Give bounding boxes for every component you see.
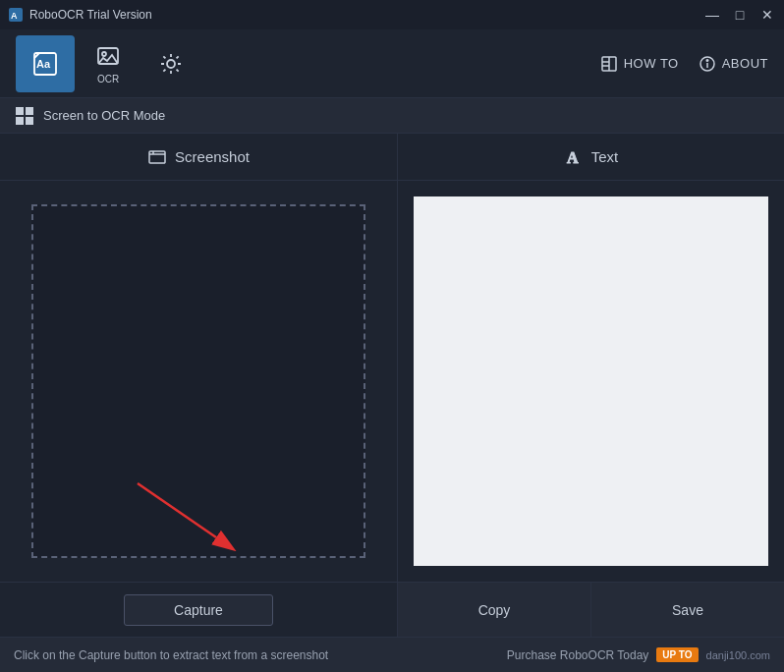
app-title: RoboOCR Trial Version xyxy=(29,8,152,22)
promo-badge: UP TO xyxy=(656,647,698,662)
settings-button[interactable] xyxy=(141,35,200,92)
title-bar: A RoboOCR Trial Version — □ ✕ xyxy=(0,0,784,29)
screenshot-label: Screenshot xyxy=(175,148,250,165)
about-label: ABOUT xyxy=(722,56,768,71)
info-icon xyxy=(699,55,716,73)
toolbar: Aa OCR xyxy=(0,29,784,98)
text-output[interactable] xyxy=(414,196,768,566)
mode-label: Screen to OCR Mode xyxy=(43,108,165,123)
svg-point-6 xyxy=(102,52,106,56)
image-ocr-label: OCR xyxy=(97,74,119,84)
main-content: Screenshot Capture A Text xyxy=(0,134,784,637)
svg-text:A: A xyxy=(567,149,579,166)
status-right-text: Purchase RoboOCR Today xyxy=(507,648,649,662)
capture-arrow xyxy=(128,474,246,552)
minimize-button[interactable]: — xyxy=(703,8,721,22)
screenshot-area xyxy=(0,181,397,582)
capture-button[interactable]: Capture xyxy=(124,594,273,626)
mode-bar: Screen to OCR Mode xyxy=(0,98,784,134)
screen-ocr-icon: Aa xyxy=(31,50,59,78)
watermark: danji100.com xyxy=(706,649,770,661)
maximize-button[interactable]: □ xyxy=(731,8,749,22)
toolbar-right: HOW TO ABOUT xyxy=(600,55,768,73)
capture-btn-row: Capture xyxy=(0,582,397,637)
screenshot-icon xyxy=(147,147,167,167)
status-right: Purchase RoboOCR Today UP TO danji100.co… xyxy=(507,647,770,662)
left-panel: Screenshot Capture xyxy=(0,134,398,637)
save-button[interactable]: Save xyxy=(591,583,784,637)
settings-icon xyxy=(157,50,185,78)
svg-point-14 xyxy=(706,59,708,61)
text-icon: A xyxy=(564,147,584,167)
right-panel: A Text Copy Save xyxy=(398,134,784,637)
toolbar-left: Aa OCR xyxy=(16,35,200,92)
image-ocr-button[interactable]: OCR xyxy=(79,35,138,92)
action-btn-row: Copy Save xyxy=(398,582,784,637)
status-bar: Click on the Capture button to extract t… xyxy=(0,637,784,672)
image-ocr-icon xyxy=(94,42,122,70)
copy-button[interactable]: Copy xyxy=(398,583,591,637)
title-bar-controls: — □ ✕ xyxy=(703,8,776,22)
svg-rect-15 xyxy=(149,151,165,163)
text-area-wrap xyxy=(398,181,784,582)
title-bar-left: A RoboOCR Trial Version xyxy=(8,7,152,23)
svg-point-7 xyxy=(167,60,175,68)
grid-icon xyxy=(16,107,33,125)
about-link[interactable]: ABOUT xyxy=(699,55,768,73)
how-to-link[interactable]: HOW TO xyxy=(600,55,679,73)
text-label: Text xyxy=(591,148,619,165)
how-to-label: HOW TO xyxy=(624,56,679,71)
text-panel-header: A Text xyxy=(398,134,784,181)
svg-text:A: A xyxy=(11,11,18,21)
screenshot-panel-header: Screenshot xyxy=(0,134,397,181)
app-icon: A xyxy=(8,7,24,23)
svg-line-19 xyxy=(138,483,216,537)
book-icon xyxy=(600,55,618,73)
status-left-text: Click on the Capture button to extract t… xyxy=(14,648,328,662)
close-button[interactable]: ✕ xyxy=(758,8,776,22)
screen-ocr-button[interactable]: Aa xyxy=(16,35,75,92)
svg-text:Aa: Aa xyxy=(36,58,51,70)
